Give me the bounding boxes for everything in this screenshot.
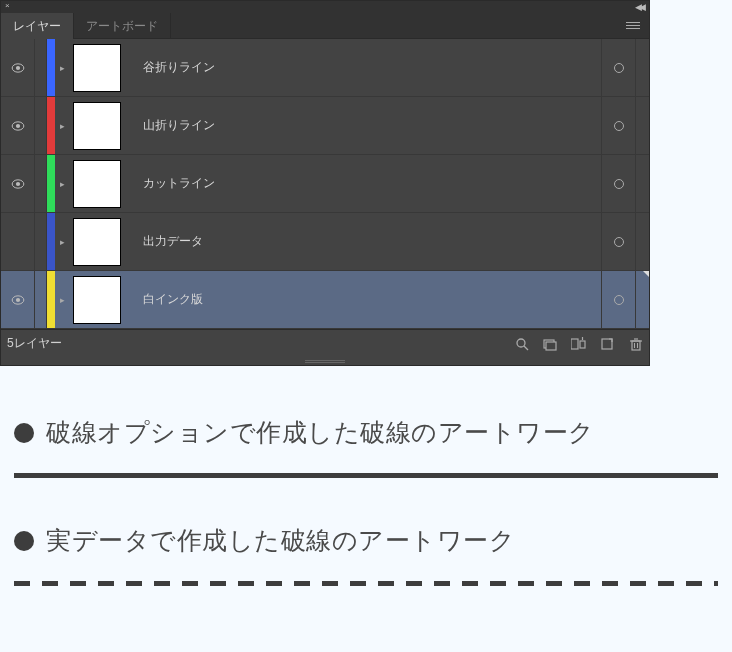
svg-line-9 [524, 346, 528, 350]
svg-point-8 [517, 339, 525, 347]
layer-row[interactable]: ▸白インク版 [1, 271, 649, 329]
layer-color [47, 213, 55, 270]
note-1-text: 破線オプションで作成した破線のアートワーク [46, 416, 595, 449]
selection-indicator[interactable] [635, 97, 649, 154]
target-icon[interactable] [601, 155, 635, 212]
layer-name[interactable]: カットライン [125, 175, 601, 192]
svg-rect-11 [546, 342, 556, 350]
panel-menu-icon[interactable] [623, 17, 643, 33]
expand-arrow-icon[interactable]: ▸ [55, 155, 69, 212]
selection-indicator[interactable] [635, 271, 649, 328]
notes-section: 破線オプションで作成した破線のアートワーク [0, 366, 732, 449]
layer-count: 5レイヤー [7, 335, 515, 352]
expand-arrow-icon[interactable]: ▸ [55, 213, 69, 270]
lock-toggle[interactable] [35, 39, 47, 96]
selection-indicator[interactable] [635, 213, 649, 270]
expand-arrow-icon[interactable]: ▸ [55, 39, 69, 96]
layer-name[interactable]: 谷折りライン [125, 59, 601, 76]
note-2-text: 実データで作成した破線のアートワーク [46, 524, 515, 557]
lock-toggle[interactable] [35, 155, 47, 212]
close-icon[interactable]: × [5, 2, 10, 10]
panel-tabs: レイヤー アートボード [1, 13, 649, 39]
bullet-icon [14, 531, 34, 551]
visibility-toggle[interactable] [1, 97, 35, 154]
bullet-icon [14, 423, 34, 443]
layer-row[interactable]: ▸カットライン [1, 155, 649, 213]
collapse-icon[interactable]: ◀◀ [635, 2, 643, 12]
svg-point-1 [15, 65, 19, 69]
note-2: 実データで作成した破線のアートワーク [14, 524, 718, 557]
trash-icon[interactable] [629, 337, 643, 351]
resize-grabber[interactable] [1, 357, 649, 365]
svg-rect-16 [632, 341, 640, 350]
visibility-toggle[interactable] [1, 271, 35, 328]
layer-color [47, 39, 55, 96]
new-layer-icon[interactable] [601, 337, 615, 351]
visibility-toggle[interactable] [1, 213, 35, 270]
layer-thumbnail [73, 218, 121, 266]
panel-titlebar: × ◀◀ [1, 1, 649, 13]
layer-name[interactable]: 出力データ [125, 233, 601, 250]
layer-name[interactable]: 山折りライン [125, 117, 601, 134]
layer-thumbnail [73, 102, 121, 150]
layer-color [47, 155, 55, 212]
layer-thumbnail [73, 276, 121, 324]
expand-arrow-icon[interactable]: ▸ [55, 97, 69, 154]
layers-panel: × ◀◀ レイヤー アートボード ▸谷折りライン▸山折りライン▸カットライン▸出… [0, 0, 650, 366]
visibility-toggle[interactable] [1, 155, 35, 212]
lock-toggle[interactable] [35, 271, 47, 328]
target-icon[interactable] [601, 97, 635, 154]
target-icon[interactable] [601, 39, 635, 96]
target-icon[interactable] [601, 213, 635, 270]
search-icon[interactable] [515, 337, 529, 351]
tab-artboards[interactable]: アートボード [74, 13, 171, 39]
svg-rect-12 [571, 339, 578, 349]
target-icon[interactable] [601, 271, 635, 328]
layer-row[interactable]: ▸山折りライン [1, 97, 649, 155]
panel-footer: 5レイヤー [1, 329, 649, 357]
svg-point-5 [15, 181, 19, 185]
locate-layer-icon[interactable] [543, 337, 557, 351]
svg-rect-15 [602, 339, 612, 349]
layer-name[interactable]: 白インク版 [125, 291, 601, 308]
svg-point-7 [15, 297, 19, 301]
lock-toggle[interactable] [35, 97, 47, 154]
visibility-toggle[interactable] [1, 39, 35, 96]
layer-color [47, 97, 55, 154]
layer-row[interactable]: ▸谷折りライン [1, 39, 649, 97]
layer-thumbnail [73, 160, 121, 208]
tab-layers[interactable]: レイヤー [1, 13, 74, 39]
svg-rect-13 [580, 341, 585, 348]
layer-thumbnail [73, 44, 121, 92]
layer-row[interactable]: ▸出力データ [1, 213, 649, 271]
solid-stroke-sample [14, 473, 718, 478]
lock-toggle[interactable] [35, 213, 47, 270]
layer-color [47, 271, 55, 328]
dashed-stroke-sample [14, 581, 718, 586]
footer-icons [515, 337, 643, 351]
selection-indicator[interactable] [635, 155, 649, 212]
svg-point-3 [15, 123, 19, 127]
layer-list: ▸谷折りライン▸山折りライン▸カットライン▸出力データ▸白インク版 [1, 39, 649, 329]
selection-indicator[interactable] [635, 39, 649, 96]
new-sublayer-icon[interactable] [571, 337, 587, 351]
expand-arrow-icon[interactable]: ▸ [55, 271, 69, 328]
note-1: 破線オプションで作成した破線のアートワーク [14, 416, 718, 449]
